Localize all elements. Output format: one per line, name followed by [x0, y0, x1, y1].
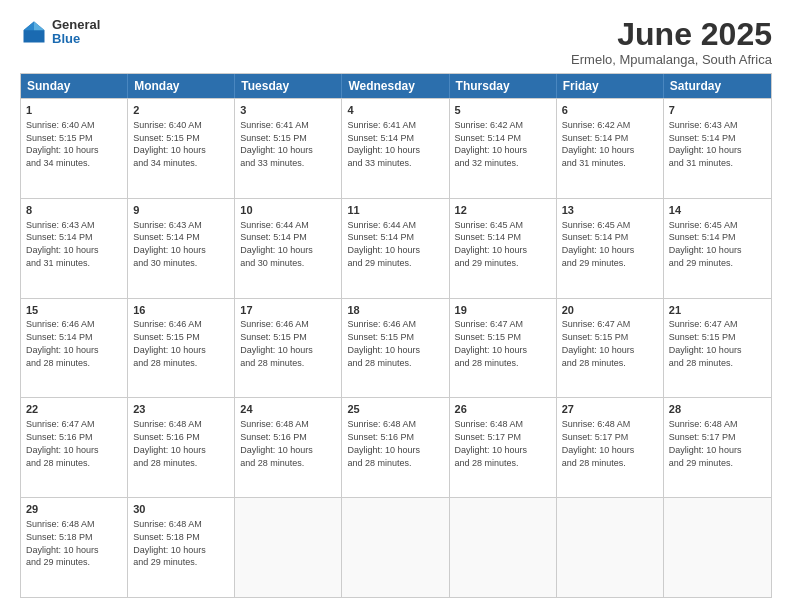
logo: General Blue — [20, 18, 100, 47]
title-block: June 2025 Ermelo, Mpumalanga, South Afri… — [571, 18, 772, 67]
svg-marker-2 — [24, 22, 35, 31]
day-17: 17 Sunrise: 6:46 AMSunset: 5:15 PMDaylig… — [235, 299, 342, 398]
empty-4 — [557, 498, 664, 597]
empty-5 — [664, 498, 771, 597]
day-4: 4 Sunrise: 6:41 AMSunset: 5:14 PMDayligh… — [342, 99, 449, 198]
day-30: 30 Sunrise: 6:48 AMSunset: 5:18 PMDaylig… — [128, 498, 235, 597]
empty-2 — [342, 498, 449, 597]
calendar-body: 1 Sunrise: 6:40 AMSunset: 5:15 PMDayligh… — [21, 98, 771, 597]
header-sunday: Sunday — [21, 74, 128, 98]
day-21: 21 Sunrise: 6:47 AMSunset: 5:15 PMDaylig… — [664, 299, 771, 398]
day-11: 11 Sunrise: 6:44 AMSunset: 5:14 PMDaylig… — [342, 199, 449, 298]
day-3: 3 Sunrise: 6:41 AMSunset: 5:15 PMDayligh… — [235, 99, 342, 198]
day-8: 8 Sunrise: 6:43 AMSunset: 5:14 PMDayligh… — [21, 199, 128, 298]
empty-1 — [235, 498, 342, 597]
logo-icon — [20, 18, 48, 46]
header-monday: Monday — [128, 74, 235, 98]
day-12: 12 Sunrise: 6:45 AMSunset: 5:14 PMDaylig… — [450, 199, 557, 298]
day-5: 5 Sunrise: 6:42 AMSunset: 5:14 PMDayligh… — [450, 99, 557, 198]
day-28: 28 Sunrise: 6:48 AMSunset: 5:17 PMDaylig… — [664, 398, 771, 497]
day-27: 27 Sunrise: 6:48 AMSunset: 5:17 PMDaylig… — [557, 398, 664, 497]
week-4: 22 Sunrise: 6:47 AMSunset: 5:16 PMDaylig… — [21, 397, 771, 497]
day-26: 26 Sunrise: 6:48 AMSunset: 5:17 PMDaylig… — [450, 398, 557, 497]
week-1: 1 Sunrise: 6:40 AMSunset: 5:15 PMDayligh… — [21, 98, 771, 198]
logo-general-text: General — [52, 18, 100, 32]
day-15: 15 Sunrise: 6:46 AMSunset: 5:14 PMDaylig… — [21, 299, 128, 398]
day-10: 10 Sunrise: 6:44 AMSunset: 5:14 PMDaylig… — [235, 199, 342, 298]
day-7: 7 Sunrise: 6:43 AMSunset: 5:14 PMDayligh… — [664, 99, 771, 198]
header-friday: Friday — [557, 74, 664, 98]
header-thursday: Thursday — [450, 74, 557, 98]
svg-marker-1 — [34, 22, 45, 31]
week-3: 15 Sunrise: 6:46 AMSunset: 5:14 PMDaylig… — [21, 298, 771, 398]
week-5: 29 Sunrise: 6:48 AMSunset: 5:18 PMDaylig… — [21, 497, 771, 597]
week-2: 8 Sunrise: 6:43 AMSunset: 5:14 PMDayligh… — [21, 198, 771, 298]
header-tuesday: Tuesday — [235, 74, 342, 98]
day-24: 24 Sunrise: 6:48 AMSunset: 5:16 PMDaylig… — [235, 398, 342, 497]
day-18: 18 Sunrise: 6:46 AMSunset: 5:15 PMDaylig… — [342, 299, 449, 398]
day-29: 29 Sunrise: 6:48 AMSunset: 5:18 PMDaylig… — [21, 498, 128, 597]
header-wednesday: Wednesday — [342, 74, 449, 98]
title-location: Ermelo, Mpumalanga, South Africa — [571, 52, 772, 67]
day-9: 9 Sunrise: 6:43 AMSunset: 5:14 PMDayligh… — [128, 199, 235, 298]
day-2: 2 Sunrise: 6:40 AMSunset: 5:15 PMDayligh… — [128, 99, 235, 198]
empty-3 — [450, 498, 557, 597]
day-1: 1 Sunrise: 6:40 AMSunset: 5:15 PMDayligh… — [21, 99, 128, 198]
header-saturday: Saturday — [664, 74, 771, 98]
day-13: 13 Sunrise: 6:45 AMSunset: 5:14 PMDaylig… — [557, 199, 664, 298]
day-6: 6 Sunrise: 6:42 AMSunset: 5:14 PMDayligh… — [557, 99, 664, 198]
day-22: 22 Sunrise: 6:47 AMSunset: 5:16 PMDaylig… — [21, 398, 128, 497]
page: General Blue June 2025 Ermelo, Mpumalang… — [0, 0, 792, 612]
calendar: Sunday Monday Tuesday Wednesday Thursday… — [20, 73, 772, 598]
day-23: 23 Sunrise: 6:48 AMSunset: 5:16 PMDaylig… — [128, 398, 235, 497]
day-14: 14 Sunrise: 6:45 AMSunset: 5:14 PMDaylig… — [664, 199, 771, 298]
day-19: 19 Sunrise: 6:47 AMSunset: 5:15 PMDaylig… — [450, 299, 557, 398]
logo-blue-text: Blue — [52, 32, 100, 46]
day-25: 25 Sunrise: 6:48 AMSunset: 5:16 PMDaylig… — [342, 398, 449, 497]
day-16: 16 Sunrise: 6:46 AMSunset: 5:15 PMDaylig… — [128, 299, 235, 398]
header: General Blue June 2025 Ermelo, Mpumalang… — [20, 18, 772, 67]
logo-text: General Blue — [52, 18, 100, 47]
title-month: June 2025 — [571, 18, 772, 50]
day-20: 20 Sunrise: 6:47 AMSunset: 5:15 PMDaylig… — [557, 299, 664, 398]
calendar-header-row: Sunday Monday Tuesday Wednesday Thursday… — [21, 74, 771, 98]
